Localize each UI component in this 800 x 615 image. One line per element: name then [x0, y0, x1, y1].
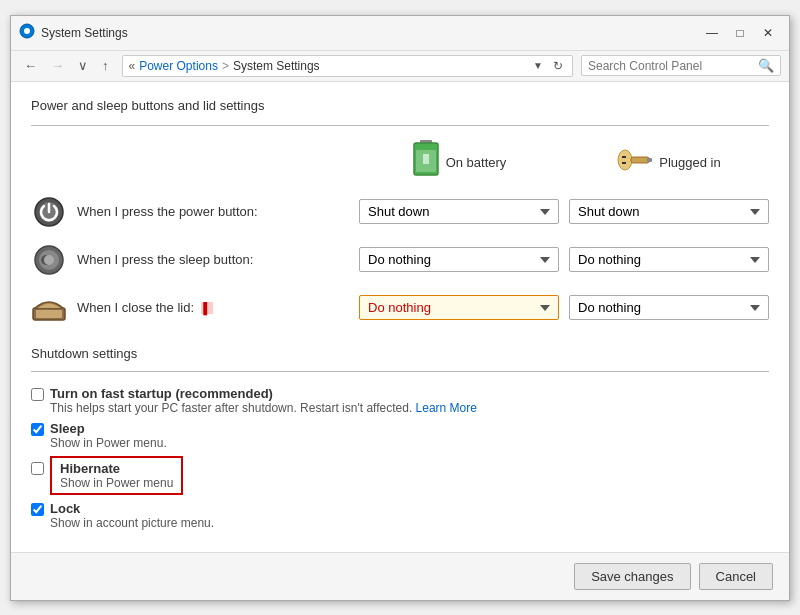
hibernate-label: Hibernate — [60, 461, 173, 476]
search-button[interactable]: 🔍 — [758, 58, 774, 73]
power-battery-dropdown-wrap: Do nothing Sleep Hibernate Shut down Tur… — [359, 199, 559, 224]
sleep-sublabel: Show in Power menu. — [50, 436, 167, 450]
svg-rect-8 — [647, 158, 652, 162]
power-table: On battery Plugged in — [31, 140, 769, 326]
sleep-item: Sleep Show in Power menu. — [31, 421, 769, 450]
svg-rect-10 — [622, 162, 626, 164]
battery-label: On battery — [446, 155, 507, 170]
lid-label: When I close the lid: ▌ — [77, 300, 349, 315]
lid-battery-dropdown[interactable]: Do nothing Sleep Hibernate Shut down Tur… — [359, 295, 559, 320]
sleep-button-row: When I press the sleep button: Do nothin… — [31, 242, 769, 278]
lock-item: Lock Show in account picture menu. — [31, 501, 769, 530]
learn-more-link[interactable]: Learn More — [416, 401, 477, 415]
refresh-button[interactable]: ↻ — [550, 58, 566, 74]
section2-divider — [31, 371, 769, 372]
svg-point-1 — [24, 28, 30, 34]
power-plugged-dropdown[interactable]: Do nothing Sleep Hibernate Shut down Tur… — [569, 199, 769, 224]
lock-text: Lock Show in account picture menu. — [50, 501, 214, 530]
close-button[interactable]: ✕ — [755, 22, 781, 44]
window-title: System Settings — [41, 26, 128, 40]
pluggedin-label: Plugged in — [659, 155, 720, 170]
lid-row: When I close the lid: ▌ Do nothing Sleep… — [31, 290, 769, 326]
sleep-battery-dropdown[interactable]: Do nothing Sleep Hibernate Shut down Tur… — [359, 247, 559, 272]
window-title-icon — [19, 23, 35, 42]
pluggedin-column-header: Plugged in — [569, 140, 769, 186]
lock-checkbox[interactable] — [31, 503, 44, 516]
fast-startup-item: Turn on fast startup (recommended) This … — [31, 386, 769, 415]
sleep-button-label: When I press the sleep button: — [77, 252, 349, 267]
title-bar: System Settings — □ ✕ — [11, 16, 789, 51]
shutdown-section-title: Shutdown settings — [31, 346, 769, 361]
sleep-text: Sleep Show in Power menu. — [50, 421, 167, 450]
forward-button[interactable]: → — [46, 55, 69, 76]
save-changes-button[interactable]: Save changes — [574, 563, 690, 590]
svg-rect-7 — [631, 157, 649, 163]
lid-battery-dropdown-wrap: Do nothing Sleep Hibernate Shut down Tur… — [359, 295, 559, 320]
lock-sublabel: Show in account picture menu. — [50, 516, 214, 530]
power-plugged-dropdown-wrap: Do nothing Sleep Hibernate Shut down Tur… — [569, 199, 769, 224]
svg-rect-5 — [423, 154, 429, 164]
section1-divider — [31, 125, 769, 126]
fast-startup-sublabel: This helps start your PC faster after sh… — [50, 401, 477, 415]
breadcrumb-current: System Settings — [233, 59, 320, 73]
hibernate-text: Hibernate Show in Power menu — [50, 456, 183, 495]
sleep-label: Sleep — [50, 421, 167, 436]
up-button[interactable]: ↑ — [97, 55, 114, 76]
hibernate-highlight-box: Hibernate Show in Power menu — [50, 456, 183, 495]
battery-icon — [412, 140, 440, 186]
main-window: System Settings — □ ✕ ← → ∨ ↑ « Power Op… — [10, 15, 790, 601]
fast-startup-label: Turn on fast startup (recommended) — [50, 386, 477, 401]
hibernate-sublabel: Show in Power menu — [60, 476, 173, 490]
hibernate-checkbox[interactable] — [31, 462, 44, 475]
main-content: Power and sleep buttons and lid settings… — [11, 82, 789, 552]
breadcrumb-separator: > — [222, 59, 229, 73]
breadcrumb-dropdown-button[interactable]: ▼ — [530, 59, 546, 72]
sleep-plugged-dropdown[interactable]: Do nothing Sleep Hibernate Shut down Tur… — [569, 247, 769, 272]
shutdown-section: Shutdown settings Turn on fast startup (… — [31, 346, 769, 530]
breadcrumb: « Power Options > System Settings ▼ ↻ — [122, 55, 574, 77]
power-button-row: When I press the power button: Do nothin… — [31, 194, 769, 230]
fast-startup-text: Turn on fast startup (recommended) This … — [50, 386, 477, 415]
sleep-battery-dropdown-wrap: Do nothing Sleep Hibernate Shut down Tur… — [359, 247, 559, 272]
lid-plugged-dropdown-wrap: Do nothing Sleep Hibernate Shut down Tur… — [569, 295, 769, 320]
cancel-button[interactable]: Cancel — [699, 563, 773, 590]
maximize-button[interactable]: □ — [727, 22, 753, 44]
search-box: 🔍 — [581, 55, 781, 76]
battery-column-header: On battery — [359, 140, 559, 186]
svg-rect-9 — [622, 156, 626, 158]
recent-locations-button[interactable]: ∨ — [73, 55, 93, 76]
lid-plugged-dropdown[interactable]: Do nothing Sleep Hibernate Shut down Tur… — [569, 295, 769, 320]
breadcrumb-prefix: « — [129, 59, 136, 73]
sleep-checkbox[interactable] — [31, 423, 44, 436]
fast-startup-checkbox[interactable] — [31, 388, 44, 401]
title-bar-controls: — □ ✕ — [699, 22, 781, 44]
title-bar-left: System Settings — [19, 23, 128, 42]
pluggedin-icon — [617, 146, 653, 180]
sleep-button-icon — [31, 242, 67, 278]
power-table-header: On battery Plugged in — [31, 140, 769, 186]
lock-label: Lock — [50, 501, 214, 516]
search-input[interactable] — [588, 59, 758, 73]
hibernate-item: Hibernate Show in Power menu — [31, 456, 769, 495]
minimize-button[interactable]: — — [699, 22, 725, 44]
svg-point-6 — [618, 150, 632, 170]
power-battery-dropdown[interactable]: Do nothing Sleep Hibernate Shut down Tur… — [359, 199, 559, 224]
back-button[interactable]: ← — [19, 55, 42, 76]
svg-rect-18 — [36, 310, 62, 318]
footer: Save changes Cancel — [11, 552, 789, 600]
power-button-label: When I press the power button: — [77, 204, 349, 219]
sleep-plugged-dropdown-wrap: Do nothing Sleep Hibernate Shut down Tur… — [569, 247, 769, 272]
lid-icon — [31, 290, 67, 326]
breadcrumb-power-options[interactable]: Power Options — [139, 59, 218, 73]
power-button-icon — [31, 194, 67, 230]
nav-bar: ← → ∨ ↑ « Power Options > System Setting… — [11, 51, 789, 82]
svg-point-16 — [44, 255, 54, 265]
section1-title: Power and sleep buttons and lid settings — [31, 98, 769, 113]
